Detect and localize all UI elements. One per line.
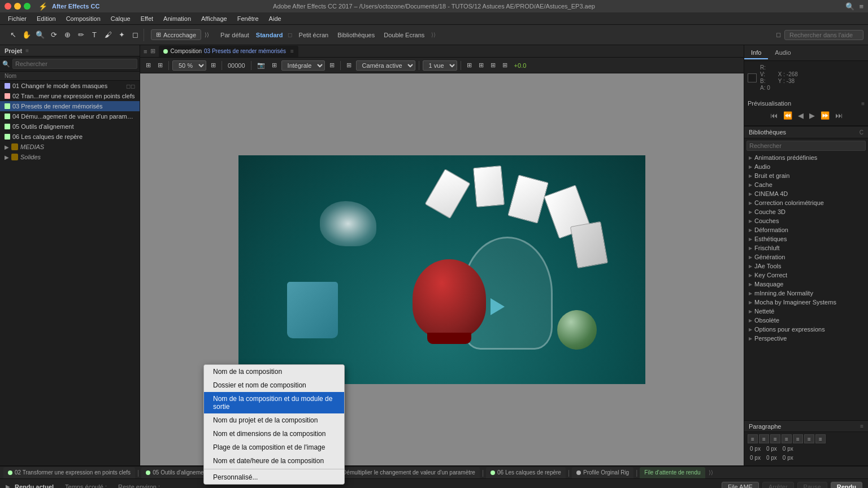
folder-solides[interactable]: ▶ Solides <box>0 152 140 162</box>
lib-frischluft[interactable]: ▶Frischluft <box>744 243 868 252</box>
show-snapshot-btn[interactable]: ⊞ <box>270 60 279 70</box>
lib-esthetiques[interactable]: ▶Esthétiques <box>744 234 868 243</box>
guides-btn[interactable]: ⊞ <box>476 60 486 70</box>
lib-generation[interactable]: ▶Génération <box>744 252 868 262</box>
transport-last[interactable]: ⏭ <box>834 111 844 120</box>
extend-icon[interactable]: ⟩⟩ <box>205 32 209 38</box>
lib-correction[interactable]: ▶Correction colorimétrique <box>744 198 868 207</box>
pen-tool[interactable]: ✏ <box>75 29 87 41</box>
zoom-fit[interactable]: ⊞ <box>209 60 218 70</box>
dd-item-8[interactable]: Personnalisé... <box>204 470 344 484</box>
brush-tool[interactable]: 🖌 <box>102 29 114 41</box>
dual-screens[interactable]: Double Ecrans <box>381 32 427 38</box>
project-item-05[interactable]: 05 Outils d'alignement <box>0 121 140 132</box>
play-button-overlay[interactable] <box>491 298 505 315</box>
lib-audio[interactable]: ▶Audio <box>744 162 868 171</box>
default-workspace[interactable]: Par défaut <box>218 32 251 38</box>
minimize-button[interactable] <box>14 3 21 10</box>
align-right[interactable]: ≡ <box>770 434 780 443</box>
lib-masquage[interactable]: ▶Masquage <box>744 280 868 289</box>
lib-deformation[interactable]: ▶Déformation <box>744 225 868 234</box>
rulers-btn[interactable]: ⊞ <box>488 60 498 70</box>
accrochage-button[interactable]: ⊞ Accrochage <box>151 29 201 40</box>
tab-info[interactable]: Info <box>744 47 768 59</box>
render-tab-02[interactable]: 05 Outils d'alignement <box>141 467 213 478</box>
transport-next-frame[interactable]: ⏩ <box>819 111 831 120</box>
menu-fenetre[interactable]: Fenêtre <box>233 14 263 23</box>
small-screen[interactable]: Petit écran <box>297 32 331 38</box>
lib-cinema4d[interactable]: ▶CINEMA 4D <box>744 189 868 198</box>
dd-item-4[interactable]: Nom du projet et de la composition <box>204 413 344 427</box>
project-item-03[interactable]: 03 Presets de render mémorisés <box>0 101 140 111</box>
lib-bruit[interactable]: ▶Bruit et grain <box>744 171 868 180</box>
align-justify[interactable]: ≡ <box>782 434 792 443</box>
hand-tool[interactable]: ✋ <box>20 29 33 41</box>
tab-audio[interactable]: Audio <box>768 47 797 59</box>
project-item-02[interactable]: 02 Tran...mer une expression en points c… <box>0 91 140 101</box>
render-tab-06[interactable]: Profile Orginal Rig <box>572 467 633 478</box>
project-item-06[interactable]: 06 Les calques de repère <box>0 132 140 142</box>
lib-mining[interactable]: ▶mInning.de Normality <box>744 289 868 298</box>
resolution-options[interactable]: ⊞ <box>327 60 337 70</box>
zoom-tool[interactable]: 🔍 <box>34 29 46 41</box>
text-tool[interactable]: T <box>88 29 101 41</box>
project-item-01[interactable]: 01 Changer le mode des masques ◻◻ <box>0 81 140 91</box>
folder-medias[interactable]: ▶ MEDIAS <box>0 142 140 152</box>
menu-calque[interactable]: Calque <box>106 14 135 23</box>
camera-move[interactable]: ⊕ <box>61 29 73 41</box>
comp-home-icon[interactable]: ⊞ <box>150 47 155 55</box>
viewer-options[interactable]: ⊞ <box>155 60 165 70</box>
timecode-display[interactable]: 00000 <box>225 61 248 70</box>
transport-prev-frame[interactable]: ⏪ <box>782 111 793 120</box>
file-ame-button[interactable]: File AME <box>722 482 759 489</box>
libraries-search-input[interactable] <box>747 141 866 151</box>
render-tab-01[interactable]: 02 Transformer une expression en points … <box>3 467 135 478</box>
standard-workspace[interactable]: Standard <box>256 32 283 38</box>
lib-perspective[interactable]: ▶Perspective <box>744 334 868 343</box>
lib-options[interactable]: ▶Options pour expressions <box>744 325 868 334</box>
dd-item-3[interactable]: Nom de la composition et du module de so… <box>204 392 344 413</box>
lib-keycorrect[interactable]: ▶Key Correct <box>744 271 868 280</box>
libraries[interactable]: Bibliothèques <box>335 32 377 38</box>
zoom-select[interactable]: 50 % <box>172 60 206 71</box>
menu-composition[interactable]: Composition <box>62 14 105 23</box>
project-search-input[interactable] <box>12 59 137 69</box>
tab-extend-icon[interactable]: ⟩⟩ <box>709 469 713 476</box>
dd-item-1[interactable]: Nom de la composition <box>204 365 344 378</box>
dd-item-7[interactable]: Nom et date/heure de la composition <box>204 454 344 468</box>
more-icon[interactable]: ≡ <box>859 2 863 11</box>
transport-play[interactable]: ▶ <box>808 111 816 120</box>
comp-tab-active[interactable]: Composition 03 Presets de render mémoris… <box>159 46 298 57</box>
lib-mocha[interactable]: ▶Mocha by Imagineer Systems <box>744 298 868 307</box>
menu-animation[interactable]: Animation <box>159 14 196 23</box>
puppet-tool[interactable]: ✦ <box>115 29 128 41</box>
menu-edition[interactable]: Edition <box>32 14 60 23</box>
views-select[interactable]: 1 vue <box>423 60 457 71</box>
select-tool[interactable]: ↖ <box>7 29 19 41</box>
help-search-input[interactable] <box>784 30 863 40</box>
project-item-04[interactable]: 04 Dému...agement de valeur d'un paramèt… <box>0 111 140 121</box>
menu-affichage[interactable]: Affichage <box>197 14 232 23</box>
toolbar-extend-icon2[interactable]: ⟩⟩ <box>431 32 436 38</box>
para-menu-icon[interactable]: ≡ <box>860 423 863 429</box>
transport-first[interactable]: ⏮ <box>769 111 779 120</box>
comp-menu-icon[interactable]: ≡ <box>290 48 294 54</box>
search-icon[interactable]: 🔍 <box>845 2 854 11</box>
dd-item-6[interactable]: Plage de la composition et de l'image <box>204 441 344 454</box>
lib-obsolete[interactable]: ▶Obsolète <box>744 316 868 325</box>
dd-item-2[interactable]: Dossier et nom de composition <box>204 378 344 392</box>
render-tab-04[interactable]: 04 Démultiplier le changement de valeur … <box>323 467 480 478</box>
lib-couche3d[interactable]: ▶Couche 3D <box>744 207 868 216</box>
menu-aide[interactable]: Aide <box>264 14 286 23</box>
align-center[interactable]: ≡ <box>759 434 769 443</box>
lib-couches[interactable]: ▶Couches <box>744 216 868 225</box>
align-left[interactable]: ≡ <box>748 434 758 443</box>
rendu-button[interactable]: Rendu <box>831 482 862 489</box>
render-tab-05[interactable]: 06 Les calques de repère <box>486 467 566 478</box>
align-justify-all[interactable]: ≡ <box>815 434 826 443</box>
align-justify-left[interactable]: ≡ <box>793 434 803 443</box>
close-button[interactable] <box>5 3 11 10</box>
transport-play-back[interactable]: ◀ <box>797 111 805 120</box>
render-tab-queue[interactable]: File d'attente de rendu <box>640 467 705 478</box>
lib-animations[interactable]: ▶Animations prédéfinies <box>744 153 868 162</box>
